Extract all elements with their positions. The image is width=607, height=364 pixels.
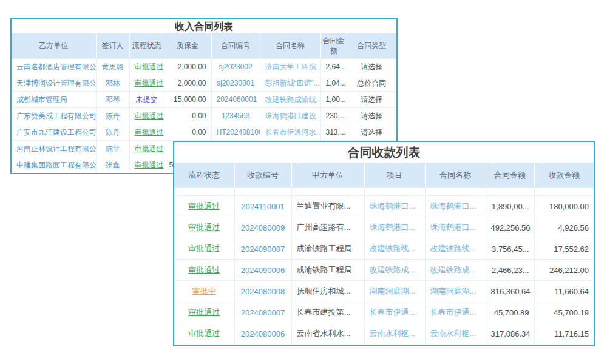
contract-no-link[interactable]: sj20230001: [211, 75, 260, 92]
status-link[interactable]: 未提交: [129, 92, 164, 108]
status-link[interactable]: 审批通过: [129, 157, 164, 174]
contract-type-select[interactable]: 总价合同: [347, 75, 396, 92]
party-a-cell: 成渝铁路工程局: [291, 260, 364, 281]
status-link[interactable]: 审批中: [174, 281, 234, 302]
contract-name-link[interactable]: 改建铁路成...: [425, 260, 486, 281]
receipt-no-link[interactable]: 2024080007: [234, 302, 291, 323]
contract-name-link[interactable]: 珠海鹤港口...: [425, 196, 486, 217]
contract-no-link[interactable]: HT2024081000...: [211, 124, 260, 141]
contract-name-link[interactable]: 彭祖新城“四馆”...: [260, 75, 320, 92]
status-link[interactable]: 审批通过: [174, 260, 234, 281]
contract-amount: 317,086.34: [486, 323, 534, 345]
table-row: 审批中2024080008抚顺住房和城...湖南洞庭湖...湖南洞庭湖...81…: [174, 281, 594, 302]
contract-amount: 3,756,45...: [486, 238, 534, 260]
contract-type-select[interactable]: 请选择: [347, 59, 396, 75]
receipt-amount: 4,926.56: [534, 217, 594, 238]
contract-amount: 45,700.89: [486, 302, 534, 323]
contract-no-link[interactable]: 1234563: [211, 108, 260, 124]
status-link[interactable]: 审批通过: [174, 323, 234, 345]
signer-link[interactable]: 陈菲: [96, 141, 129, 157]
party-b-link[interactable]: 广安市九江建设工程公司: [12, 124, 96, 141]
contract-name-link[interactable]: 改建铁路线...: [425, 238, 486, 260]
contract-amount: 1,04...: [320, 75, 347, 92]
contract-name-link[interactable]: 湖南洞庭湖...: [425, 281, 486, 302]
project-link[interactable]: 珠海鹤港口...: [364, 217, 425, 238]
signer-link[interactable]: 黄思璐: [96, 59, 129, 75]
col-header-contract-amount: 合同金额: [486, 163, 534, 188]
project-link[interactable]: 长春市伊通...: [364, 302, 425, 323]
empty-cell: [534, 188, 594, 196]
receipt-no-link[interactable]: 2024080008: [234, 281, 291, 302]
table-row: 审批通过2024090006成渝铁路工程局改建铁路成...改建铁路成...2,4…: [174, 260, 594, 281]
contract-amount: 492,256.56: [486, 217, 534, 238]
status-link[interactable]: 审批通过: [129, 59, 164, 75]
signer-link[interactable]: 陈丹: [96, 124, 129, 141]
empty-cell: [291, 188, 364, 196]
status-link[interactable]: 审批通过: [174, 217, 234, 238]
project-link[interactable]: 改建铁路成...: [364, 260, 425, 281]
signer-link[interactable]: 陈丹: [96, 108, 129, 124]
project-link[interactable]: 湖南洞庭湖...: [364, 281, 425, 302]
contract-amount: 230,...: [320, 108, 347, 124]
contract-amount: 1,890,00...: [486, 196, 534, 217]
retention-amount: 0.00: [164, 108, 211, 124]
contract-name-link[interactable]: 珠海鹤港口...: [425, 217, 486, 238]
receipt-no-link[interactable]: 2024090007: [234, 238, 291, 260]
project-link[interactable]: 改建铁路线...: [364, 238, 425, 260]
receipt-table-header: 流程状态收款编号甲方单位项目合同名称合同金额收款金额: [174, 163, 594, 188]
col-header-party-b: 乙方单位: [12, 33, 96, 59]
contract-name-link[interactable]: 济南大学工科综...: [260, 59, 320, 75]
receipt-table-grid: 流程状态收款编号甲方单位项目合同名称合同金额收款金额 审批通过202411000…: [174, 163, 594, 344]
contract-name-link[interactable]: 云南水利枢...: [425, 323, 486, 345]
status-link[interactable]: 审批通过: [174, 238, 234, 260]
signer-link[interactable]: 邓琴: [96, 92, 129, 108]
contract-type-select[interactable]: 请选择: [347, 108, 396, 124]
party-b-link[interactable]: 河南正林设计工程有限公司: [12, 141, 96, 157]
table-row: 广安市九江建设工程公司陈丹审批通过0.00HT2024081000...长春市伊…: [12, 124, 396, 141]
status-link[interactable]: 审批通过: [129, 124, 164, 141]
receipt-no-link[interactable]: 2024080006: [234, 323, 291, 345]
header-row: 乙方单位签订人流程状态质保金合同编号合同名称合同金额合同类型: [12, 33, 396, 59]
party-a-cell: 兰迪置业有限...: [291, 196, 364, 217]
empty-cell: [486, 188, 534, 196]
contract-no-link[interactable]: sj2023002: [211, 59, 260, 75]
receipt-amount: 246,212.00: [534, 260, 594, 281]
contract-no-link[interactable]: 2024060001: [211, 92, 260, 108]
status-link[interactable]: 审批通过: [174, 196, 234, 217]
project-link[interactable]: 珠海鹤港口...: [364, 196, 425, 217]
status-link[interactable]: 审批通过: [129, 108, 164, 124]
empty-cell: [425, 188, 486, 196]
signer-link[interactable]: 邓林: [96, 75, 129, 92]
receipt-amount: 45,700.19: [534, 302, 594, 323]
status-link[interactable]: 审批通过: [174, 302, 234, 323]
contract-name-link[interactable]: 长春市伊通...: [425, 302, 486, 323]
party-a-cell: 抚顺住房和城...: [291, 281, 364, 302]
income-table-title: 收入合同列表: [12, 19, 396, 33]
table-row: 天津博润设计管理有限公司邓林审批通过2,000.00sj20230001彭祖新城…: [12, 75, 396, 92]
contract-type-select[interactable]: 请选择: [347, 92, 396, 108]
party-b-link[interactable]: 广东赞美成工程有限公司: [12, 108, 96, 124]
contract-type-select[interactable]: 请选择: [347, 124, 396, 141]
receipt-no-link[interactable]: 2024110001: [234, 196, 291, 217]
project-link[interactable]: 云南水利枢...: [364, 323, 425, 345]
party-a-cell: 长春市建投第...: [291, 302, 364, 323]
contract-amount: 2,64...: [320, 59, 347, 75]
receipt-no-link[interactable]: 2024090006: [234, 260, 291, 281]
party-b-link[interactable]: 成都城市管理局: [12, 92, 96, 108]
col-header-contract-name: 合同名称: [425, 163, 486, 188]
contract-name-link[interactable]: 珠海鹤港口建设...: [260, 108, 320, 124]
party-b-link[interactable]: 云南名都酒店管理有限公司: [12, 59, 96, 75]
status-link[interactable]: 审批通过: [129, 141, 164, 157]
table-row: 审批通过2024110001兰迪置业有限...珠海鹤港口...珠海鹤港口...1…: [174, 196, 594, 217]
party-b-link[interactable]: 中建集团路面工程有限公司: [12, 157, 96, 174]
receipt-amount: 17,552.62: [534, 238, 594, 260]
party-b-link[interactable]: 天津博润设计管理有限公司: [12, 75, 96, 92]
status-link[interactable]: 审批通过: [129, 75, 164, 92]
signer-link[interactable]: 张鑫: [96, 157, 129, 174]
col-header-project: 项目: [364, 163, 425, 188]
contract-name-link[interactable]: 改建铁路成渝线...: [260, 92, 320, 108]
empty-cell: [364, 188, 425, 196]
contract-name-link[interactable]: 长春市伊通河水...: [260, 124, 320, 141]
receipt-no-link[interactable]: 2024080009: [234, 217, 291, 238]
party-a-cell: 成渝铁路工程局: [291, 238, 364, 260]
